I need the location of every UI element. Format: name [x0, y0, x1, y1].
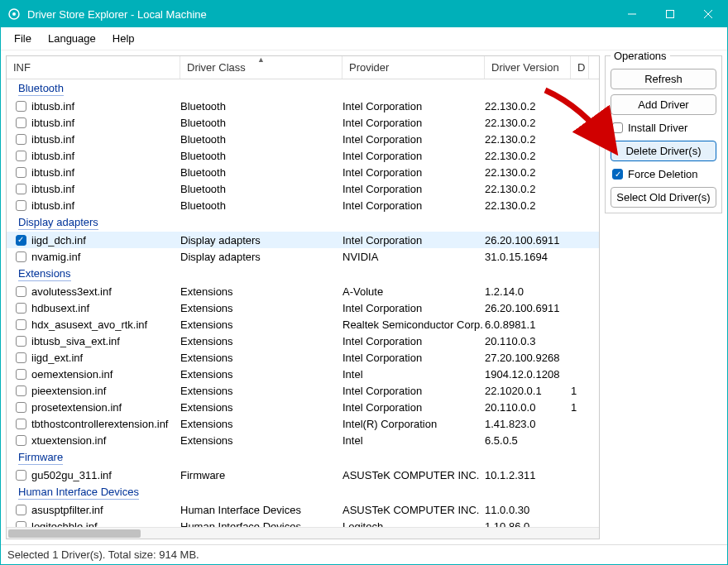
- row-checkbox[interactable]: [16, 521, 26, 528]
- install-driver-checkbox[interactable]: Install Driver: [611, 120, 716, 136]
- table-row[interactable]: iigd_dch.infDisplay adaptersIntel Corpor…: [7, 232, 599, 248]
- column-driver-class[interactable]: ▲ Driver Class: [180, 56, 342, 79]
- cell-version: 6.0.8981.1: [485, 318, 571, 331]
- cell-class: Extensions: [180, 352, 342, 364]
- table-row[interactable]: ibtusb.infBluetoothIntel Corporation22.1…: [7, 131, 599, 147]
- row-checkbox[interactable]: [16, 435, 26, 446]
- row-checkbox[interactable]: [16, 235, 26, 246]
- horizontal-scrollbar[interactable]: [7, 527, 599, 539]
- table-row[interactable]: asusptpfilter.infHuman Interface Devices…: [7, 501, 599, 518]
- menu-file[interactable]: File: [6, 29, 40, 48]
- row-checkbox[interactable]: [16, 505, 26, 515]
- menu-language[interactable]: Language: [40, 29, 104, 48]
- table-row[interactable]: iigd_ext.infExtensionsIntel Corporation2…: [7, 349, 599, 366]
- cell-class: Extensions: [180, 285, 342, 298]
- delete-drivers-button[interactable]: Delete Driver(s): [611, 141, 716, 161]
- row-checkbox[interactable]: [16, 200, 26, 211]
- cell-provider: Intel: [342, 434, 485, 447]
- row-checkbox[interactable]: [16, 167, 26, 178]
- row-checkbox[interactable]: [16, 286, 26, 297]
- cell-provider: ASUSTeK COMPUTER INC.: [342, 504, 485, 516]
- cell-inf: hdx_asusext_avo_rtk.inf: [31, 318, 180, 331]
- maximize-button[interactable]: [651, 1, 689, 27]
- add-driver-button[interactable]: Add Driver: [611, 94, 716, 115]
- table-row[interactable]: tbthostcontrollerextension.infExtensions…: [7, 415, 599, 432]
- cell-class: Bluetooth: [180, 117, 342, 129]
- cell-provider: NVIDIA: [342, 251, 485, 263]
- force-deletion-checkbox[interactable]: Force Deletion: [611, 166, 716, 182]
- group-header[interactable]: Extensions: [7, 265, 599, 283]
- cell-inf: gu502gu_311.inf: [31, 469, 180, 481]
- window-title: Driver Store Explorer - Local Machine: [27, 8, 613, 21]
- table-row[interactable]: xtuextension.infExtensionsIntel6.5.0.5: [7, 432, 599, 448]
- refresh-button[interactable]: Refresh: [611, 69, 716, 89]
- table-row[interactable]: ibtusb.infBluetoothIntel Corporation22.1…: [7, 180, 599, 197]
- select-old-drivers-button[interactable]: Select Old Driver(s): [611, 187, 716, 208]
- group-header[interactable]: Bluetooth: [7, 79, 599, 98]
- row-checkbox[interactable]: [16, 134, 26, 145]
- row-checkbox[interactable]: [16, 470, 26, 481]
- minimize-button[interactable]: [613, 1, 651, 27]
- group-header[interactable]: Human Interface Devices: [7, 483, 599, 501]
- table-row[interactable]: ibtusb.infBluetoothIntel Corporation22.1…: [7, 98, 599, 114]
- cell-provider: Intel Corporation: [342, 335, 485, 347]
- sort-indicator-icon: ▲: [257, 55, 265, 64]
- cell-provider: Intel: [342, 368, 485, 381]
- row-checkbox[interactable]: [16, 385, 26, 396]
- row-checkbox[interactable]: [16, 352, 26, 363]
- close-button[interactable]: [689, 1, 727, 27]
- column-provider[interactable]: Provider: [342, 56, 485, 79]
- cell-version: 22.130.0.2: [485, 100, 571, 113]
- row-checkbox[interactable]: [16, 419, 26, 429]
- cell-class: Extensions: [180, 302, 342, 314]
- table-row[interactable]: ibtusb.infBluetoothIntel Corporation22.1…: [7, 197, 599, 213]
- table-row[interactable]: ibtusb.infBluetoothIntel Corporation22.1…: [7, 164, 599, 180]
- scrollbar-thumb[interactable]: [8, 529, 141, 538]
- table-row[interactable]: nvamig.infDisplay adaptersNVIDIA31.0.15.…: [7, 248, 599, 265]
- driver-list-panel: INF ▲ Driver Class Provider Driver Versi…: [6, 55, 600, 539]
- row-checkbox[interactable]: [16, 151, 26, 161]
- row-checkbox[interactable]: [16, 184, 26, 194]
- list-body[interactable]: Bluetoothibtusb.infBluetoothIntel Corpor…: [7, 79, 599, 527]
- cell-inf: oemextension.inf: [31, 368, 180, 381]
- cell-inf: ibtusb.inf: [31, 150, 180, 162]
- table-row[interactable]: ibtusb.infBluetoothIntel Corporation22.1…: [7, 114, 599, 131]
- row-checkbox[interactable]: [16, 101, 26, 112]
- group-header[interactable]: Firmware: [7, 448, 599, 467]
- column-inf[interactable]: INF: [7, 56, 180, 79]
- table-row[interactable]: hdx_asusext_avo_rtk.infExtensionsRealtek…: [7, 316, 599, 333]
- table-row[interactable]: ibtusb_siva_ext.infExtensionsIntel Corpo…: [7, 333, 599, 349]
- group-header[interactable]: Display adapters: [7, 213, 599, 232]
- cell-provider: Intel Corporation: [342, 385, 485, 397]
- cell-inf: logitechble.inf: [31, 520, 180, 528]
- row-checkbox[interactable]: [16, 336, 26, 347]
- table-row[interactable]: hdbusext.infExtensionsIntel Corporation2…: [7, 299, 599, 316]
- column-class-label: Driver Class: [187, 61, 246, 74]
- column-d[interactable]: D: [571, 56, 589, 79]
- row-checkbox[interactable]: [16, 369, 26, 380]
- row-checkbox[interactable]: [16, 319, 26, 330]
- row-checkbox[interactable]: [16, 117, 26, 128]
- row-checkbox[interactable]: [16, 303, 26, 314]
- cell-inf: iigd_ext.inf: [31, 352, 180, 364]
- cell-version: 27.20.100.9268: [485, 352, 571, 364]
- cell-inf: ibtusb.inf: [31, 183, 180, 195]
- column-driver-version[interactable]: Driver Version: [485, 56, 571, 79]
- row-checkbox[interactable]: [16, 251, 26, 262]
- cell-d: 1: [571, 401, 589, 414]
- cell-provider: Intel Corporation: [342, 150, 485, 162]
- cell-class: Extensions: [180, 401, 342, 414]
- table-row[interactable]: oemextension.infExtensionsIntel1904.12.0…: [7, 366, 599, 382]
- table-row[interactable]: prosetextension.infExtensionsIntel Corpo…: [7, 399, 599, 415]
- menu-help[interactable]: Help: [104, 29, 143, 48]
- row-checkbox[interactable]: [16, 402, 26, 413]
- cell-version: 1.2.14.0: [485, 285, 571, 298]
- cell-version: 11.0.0.30: [485, 504, 571, 516]
- cell-version: 22.130.0.2: [485, 117, 571, 129]
- table-row[interactable]: gu502gu_311.infFirmwareASUSTeK COMPUTER …: [7, 467, 599, 483]
- table-row[interactable]: avolutess3ext.infExtensionsA-Volute1.2.1…: [7, 283, 599, 299]
- table-row[interactable]: pieextension.infExtensionsIntel Corporat…: [7, 382, 599, 399]
- cell-inf: asusptpfilter.inf: [31, 504, 180, 516]
- table-row[interactable]: ibtusb.infBluetoothIntel Corporation22.1…: [7, 147, 599, 164]
- table-row[interactable]: logitechble.infHuman Interface DevicesLo…: [7, 518, 599, 527]
